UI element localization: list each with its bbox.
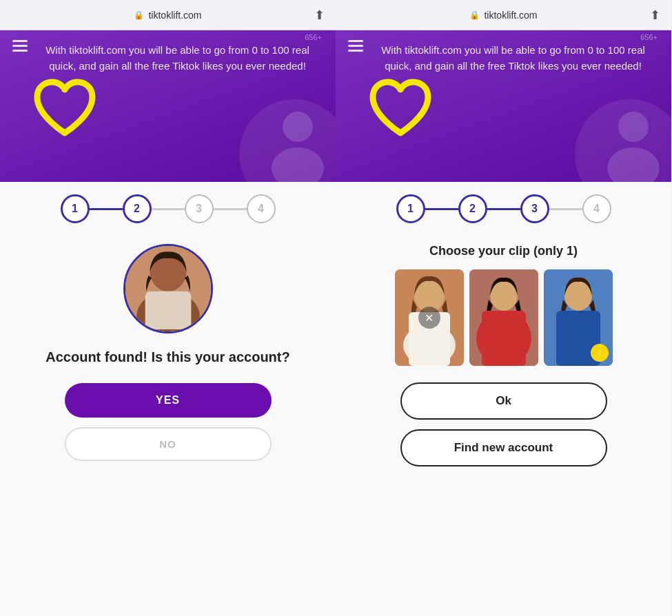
step-1-left[interactable]: 1 xyxy=(61,194,90,223)
yes-button[interactable]: YES xyxy=(65,383,272,418)
lock-icon-right: 🔒 xyxy=(469,10,480,20)
menu-icon-right[interactable] xyxy=(348,40,363,52)
clips-row: ✕ xyxy=(395,269,613,366)
bg-profile-shape-right xyxy=(602,106,664,182)
left-panel: 🔒 tiktoklift.com ⬆ With tiktoklift.com y… xyxy=(0,0,336,616)
step-line-2-right xyxy=(487,208,520,210)
bg-profile-shape-left xyxy=(267,106,329,182)
step-line-3-left xyxy=(214,208,247,210)
step-2-right[interactable]: 2 xyxy=(458,194,487,223)
url-text-right: tiktoklift.com xyxy=(484,10,537,21)
step-3-left[interactable]: 3 xyxy=(185,194,214,223)
browser-bar-left: 🔒 tiktoklift.com ⬆ xyxy=(0,0,336,30)
step-line-1-right xyxy=(425,208,458,210)
content-area-left: Account found! Is this your account? YES… xyxy=(0,230,336,616)
no-button[interactable]: NO xyxy=(65,427,272,461)
clip-x-icon-1[interactable]: ✕ xyxy=(418,307,440,329)
hero-left: With tiktoklift.com you will be able to … xyxy=(0,30,336,182)
avatar-image-left xyxy=(125,246,211,331)
counter-text-right: 656+ xyxy=(640,33,658,41)
counter-text-left: 656+ xyxy=(305,33,322,41)
svg-point-1 xyxy=(272,147,324,182)
step-2-left[interactable]: 2 xyxy=(123,194,152,223)
browser-bar-right: 🔒 tiktoklift.com ⬆ xyxy=(336,0,671,30)
ok-button[interactable]: Ok xyxy=(400,382,607,420)
url-text-left: tiktoklift.com xyxy=(148,10,201,21)
steps-row-right: 1 2 3 4 xyxy=(349,194,658,223)
choose-clip-title: Choose your clip (only 1) xyxy=(429,244,578,258)
lock-icon-left: 🔒 xyxy=(134,10,144,20)
svg-rect-5 xyxy=(145,291,191,329)
step-line-2-left xyxy=(152,208,185,210)
svg-point-15 xyxy=(476,311,531,366)
share-icon-right[interactable]: ⬆ xyxy=(650,8,660,23)
steps-area-left: 1 2 3 4 xyxy=(0,182,336,230)
share-icon-left[interactable]: ⬆ xyxy=(314,8,325,23)
heart-icon-left xyxy=(30,78,99,140)
steps-row-left: 1 2 3 4 xyxy=(14,194,322,223)
clip-thumb-1[interactable]: ✕ xyxy=(395,269,464,366)
find-new-account-button[interactable]: Find new account xyxy=(400,429,607,466)
hero-text-left: With tiktoklift.com you will be able to … xyxy=(17,40,319,74)
content-area-right: Choose your clip (only 1) ✕ xyxy=(336,230,671,616)
clip-badge-3: ⭐ xyxy=(591,344,609,362)
svg-point-0 xyxy=(283,112,313,142)
step-1-right[interactable]: 1 xyxy=(396,194,425,223)
hero-text-right: With tiktoklift.com you will be able to … xyxy=(352,40,655,74)
heart-icon-right xyxy=(366,78,435,140)
right-panel: 🔒 tiktoklift.com ⬆ With tiktoklift.com y… xyxy=(336,0,671,616)
menu-icon-left[interactable] xyxy=(12,40,28,52)
step-4-left[interactable]: 4 xyxy=(247,194,276,223)
step-line-3-right xyxy=(549,208,582,210)
avatar-circle-left xyxy=(123,244,213,333)
step-4-right[interactable]: 4 xyxy=(582,194,611,223)
hero-right: With tiktoklift.com you will be able to … xyxy=(336,30,671,182)
clip-thumb-2[interactable] xyxy=(469,269,538,366)
svg-point-6 xyxy=(618,112,649,142)
svg-point-7 xyxy=(607,147,660,182)
steps-area-right: 1 2 3 4 xyxy=(336,182,671,230)
step-3-right[interactable]: 3 xyxy=(520,194,549,223)
clip-thumb-3[interactable]: ⭐ xyxy=(544,269,613,366)
step-line-1-left xyxy=(90,208,123,210)
account-found-text: Account found! Is this your account? xyxy=(45,347,289,367)
